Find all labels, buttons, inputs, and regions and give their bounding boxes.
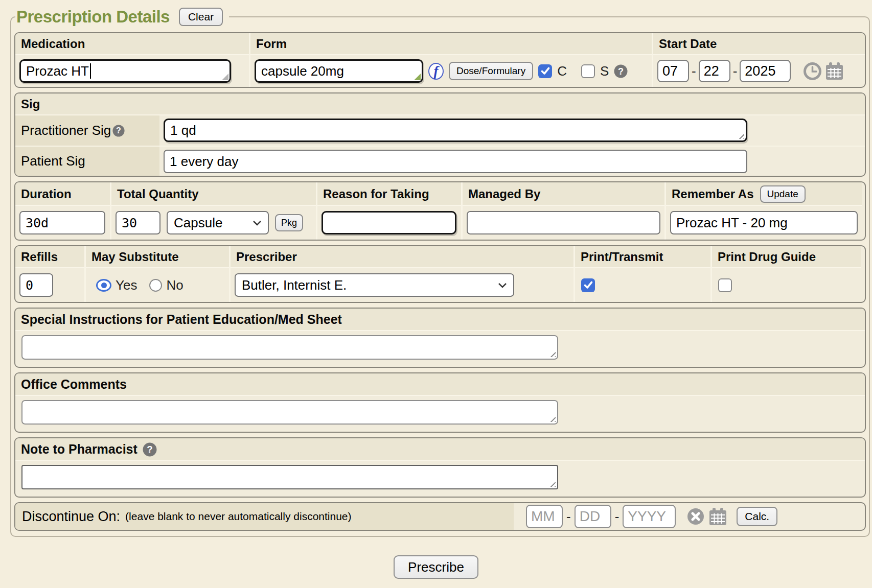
date-separator: - — [615, 509, 619, 525]
start-date-day-input[interactable]: 22 — [699, 60, 730, 82]
may-substitute-column: May Substitute Yes No — [84, 246, 229, 302]
refills-column: Refills 0 — [15, 246, 84, 302]
resize-handle[interactable] — [414, 74, 421, 80]
prescriber-value: Butler, Internist E. — [242, 277, 347, 293]
print-drug-guide-checkbox[interactable] — [718, 278, 732, 292]
patient-sig-value: 1 every day — [170, 154, 238, 170]
patient-sig-input[interactable]: 1 every day — [164, 150, 747, 173]
may-substitute-header: May Substitute — [86, 246, 229, 268]
duration-column: Duration 30d — [15, 182, 110, 240]
special-instructions-section: Special Instructions for Patient Educati… — [14, 308, 866, 368]
start-date-month-input[interactable]: 07 — [657, 60, 689, 82]
office-comments-section: Office Comments — [14, 372, 866, 433]
refills-prescriber-section: Refills 0 May Substitute Yes No Prescrib… — [14, 245, 866, 303]
sig-header: Sig — [15, 93, 865, 115]
clock-icon[interactable] — [803, 62, 822, 81]
prescriber-select[interactable]: Butler, Internist E. — [235, 273, 514, 297]
refills-header: Refills — [15, 246, 84, 268]
form-column: Form capsule 20mg f Dose/Formulary C S — [249, 33, 652, 87]
update-button[interactable]: Update — [760, 185, 806, 203]
s-checkbox[interactable] — [581, 64, 595, 78]
practitioner-sig-row: Practitioner Sig ? 1 qd — [15, 115, 865, 146]
svg-text:?: ? — [147, 444, 152, 455]
page-title: Prescription Details — [16, 7, 170, 27]
note-to-pharmacist-header: Note to Pharmacist ? — [15, 438, 865, 461]
remember-as-input[interactable]: Prozac HT - 20 mg — [670, 211, 858, 234]
help-icon[interactable]: ? — [614, 64, 628, 78]
special-instructions-header: Special Instructions for Patient Educati… — [15, 309, 865, 331]
print-transmit-checkbox[interactable] — [581, 278, 595, 292]
resize-handle[interactable] — [549, 480, 556, 487]
office-comments-textarea[interactable] — [21, 400, 558, 425]
actions-bar: Prescribe — [0, 555, 872, 579]
sig-section: Sig Practitioner Sig ? 1 qd Patient Sig … — [14, 92, 866, 177]
calendar-icon[interactable] — [708, 507, 728, 526]
special-instructions-textarea[interactable] — [21, 335, 558, 360]
discontinue-month-input[interactable] — [526, 505, 563, 528]
chevron-down-icon — [253, 220, 262, 226]
quantity-unit-select[interactable]: Capsule — [167, 211, 269, 234]
calendar-icon[interactable] — [824, 61, 844, 81]
formulary-icon[interactable]: f — [428, 63, 444, 80]
date-separator: - — [566, 509, 571, 525]
discontinue-day-input[interactable] — [575, 505, 611, 528]
medication-value: Prozac HT — [26, 63, 89, 79]
practitioner-sig-label: Practitioner Sig — [21, 123, 111, 138]
medication-input[interactable]: Prozac HT — [19, 59, 231, 83]
print-transmit-column: Print/Transmit — [573, 246, 710, 302]
discontinue-section: Discontinue On: (leave blank to never au… — [14, 502, 866, 531]
clear-button[interactable]: Clear — [179, 8, 223, 26]
prescribe-button[interactable]: Prescribe — [394, 555, 478, 579]
c-checkbox[interactable] — [538, 64, 552, 78]
refills-input[interactable]: 0 — [19, 273, 53, 297]
duration-header: Duration — [15, 182, 110, 206]
help-icon[interactable]: ? — [112, 125, 125, 137]
svg-text:?: ? — [116, 126, 121, 135]
medication-column: Medication Prozac HT — [15, 33, 249, 87]
remember-as-column: Remember As Update Prozac HT - 20 mg — [664, 182, 862, 240]
c-checkbox-label: C — [557, 63, 567, 79]
prescriber-column: Prescriber Butler, Internist E. — [229, 246, 573, 302]
total-quantity-input[interactable]: 30 — [116, 211, 160, 234]
total-quantity-column: Total Quantity 30 Capsule Pkg — [110, 182, 316, 240]
reason-column: Reason for Taking — [316, 182, 461, 240]
managed-by-header: Managed By — [463, 182, 664, 206]
substitute-no-radio[interactable] — [149, 279, 162, 292]
clear-date-icon[interactable] — [687, 508, 704, 525]
note-to-pharmacist-textarea[interactable] — [21, 465, 558, 489]
medication-form-date-section: Medication Prozac HT Form capsule 20mg — [14, 32, 866, 88]
calc-button[interactable]: Calc. — [737, 507, 777, 526]
office-comments-header: Office Comments — [15, 373, 865, 396]
duration-input[interactable]: 30d — [19, 211, 105, 234]
reason-header: Reason for Taking — [317, 182, 461, 206]
print-drug-guide-column: Print Drug Guide — [710, 246, 861, 302]
form-input[interactable]: capsule 20mg — [255, 59, 423, 83]
date-separator: - — [692, 63, 696, 79]
managed-by-input[interactable] — [467, 211, 660, 234]
practitioner-sig-value: 1 qd — [170, 123, 196, 138]
substitute-no-label: No — [166, 277, 183, 293]
discontinue-year-input[interactable] — [623, 505, 676, 528]
remember-as-header: Remember As Update — [666, 182, 862, 206]
total-quantity-header: Total Quantity — [111, 182, 316, 206]
pkg-button[interactable]: Pkg — [275, 214, 303, 231]
resize-handle[interactable] — [549, 415, 556, 422]
managed-by-column: Managed By — [461, 182, 664, 240]
patient-sig-row: Patient Sig 1 every day — [15, 146, 865, 176]
prescription-details-fieldset: Prescription Details Clear Medication Pr… — [10, 7, 870, 537]
substitute-yes-radio[interactable] — [96, 279, 111, 292]
practitioner-sig-label-cell: Practitioner Sig ? — [15, 115, 159, 146]
resize-handle[interactable] — [549, 350, 556, 357]
practitioner-sig-input[interactable]: 1 qd — [164, 119, 747, 142]
start-date-year-input[interactable]: 2025 — [740, 60, 791, 82]
help-icon[interactable]: ? — [143, 442, 157, 457]
dose-formulary-button[interactable]: Dose/Formulary — [449, 62, 533, 80]
start-date-column: Start Date 07 - 22 - 2025 — [652, 33, 865, 87]
prescription-details-legend: Prescription Details Clear — [15, 7, 229, 27]
print-transmit-header: Print/Transmit — [575, 246, 710, 268]
form-header: Form — [250, 33, 652, 55]
resize-handle[interactable] — [738, 132, 744, 139]
date-separator: - — [733, 63, 738, 79]
resize-handle[interactable] — [222, 74, 228, 80]
reason-input[interactable] — [322, 211, 456, 234]
